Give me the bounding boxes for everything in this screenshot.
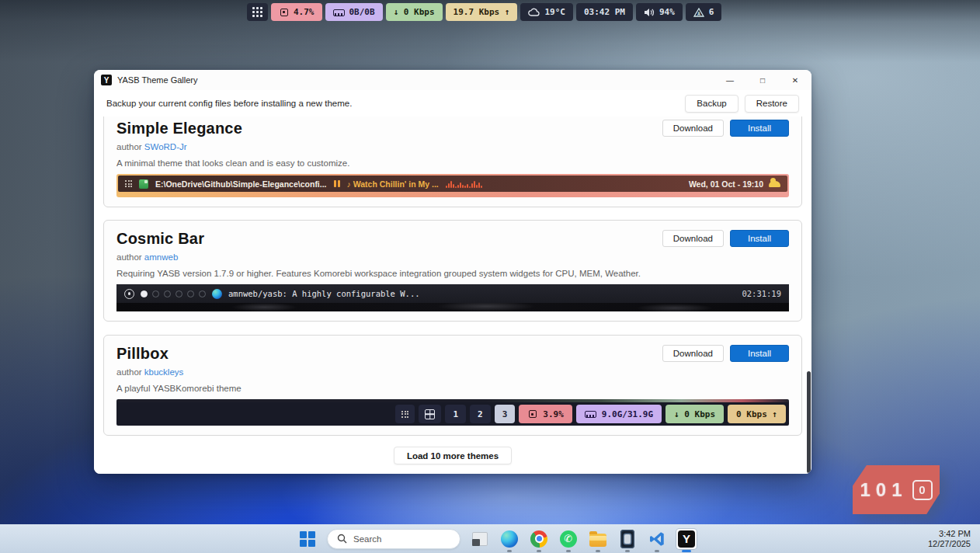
taskbar-app-whatsapp[interactable] [558,529,579,549]
taskbar-app-chrome[interactable] [529,529,549,549]
taskbar-app-explorer[interactable] [588,529,608,549]
theme-description: A minimal theme that looks clean and is … [116,158,789,168]
theme-gallery-window: Y YASB Theme Gallery — □ ✕ Backup your c… [94,70,811,474]
install-button[interactable]: Install [730,230,789,247]
close-button[interactable]: ✕ [779,70,811,90]
yasb-icon: Y [678,530,695,548]
install-button[interactable]: Install [730,120,789,137]
cloud-icon [528,8,540,16]
theme-description: A playful YASBKomorebi theme [116,384,789,393]
memory-icon [585,411,596,418]
svg-text:A: A [697,11,700,17]
running-indicator [507,550,512,552]
window-title: YASB Theme Gallery [117,75,198,85]
theme-preview: 1 2 3 3.9% 9.0G/31.9G ↓ 0 Kbps 0 Kbps ↑ [116,399,789,426]
pause-icon [334,180,340,187]
taskbar-app-edge[interactable] [499,529,520,549]
network-download-widget[interactable]: ↓ 0 Kbps [386,3,443,21]
preview-wallpaper-strip [116,303,789,311]
speaker-icon [644,8,655,17]
theme-description: Requiring YASB version 1.7.9 or higher. … [116,269,789,278]
taskbar-clock[interactable]: 3:42 PM 12/27/2025 [928,529,971,549]
minimize-button[interactable]: — [714,70,746,90]
desktop-clock-widget[interactable]: 101 0 [853,465,940,514]
volume-value: 94% [659,7,675,17]
weather-widget[interactable]: 19°C [520,3,573,21]
network-download-pill: ↓ 0 Kbps [665,405,724,423]
apps-launcher-button[interactable] [247,3,268,21]
load-more-themes-button[interactable]: Load 10 more themes [394,447,512,464]
active-window-title: amnweb/yasb: A highly configurable W... [228,289,420,298]
widget-boxed-digit: 0 [912,480,933,500]
download-button[interactable]: Download [662,120,724,137]
volume-widget[interactable]: 94% [636,3,683,21]
taskbar-app-yasb[interactable]: Y [676,529,697,549]
theme-card-pillbox: Pillbox Download Install author kbuckley… [103,335,802,436]
taskbar-date: 12/27/2025 [928,539,971,549]
cpu-value: 4.7% [294,7,315,17]
memory-value: 0B/0B [349,7,375,17]
widget-digits: 101 [860,479,907,501]
apps-grid-icon [401,411,408,418]
memory-widget[interactable]: 0B/0B [325,3,383,21]
whatsapp-icon [560,530,577,548]
target-icon [124,289,134,299]
author-label: author [116,142,142,151]
network-upload-pill: 0 Kbps ↑ [728,405,786,423]
start-button[interactable] [297,529,318,549]
workspace-1-pill: 1 [445,405,466,423]
taskbar-app-phone-link[interactable] [617,529,638,549]
workspace-dots [141,290,206,297]
search-input[interactable] [353,534,439,544]
theme-preview: amnweb/yasb: A highly configurable W... … [116,284,789,311]
phone-link-icon [620,530,634,548]
clock-value: 03:42 PM [584,7,625,17]
backup-button[interactable]: Backup [685,95,738,113]
running-indicator [566,550,571,552]
vscode-icon [648,530,665,548]
window-titlebar[interactable]: Y YASB Theme Gallery — □ ✕ [94,70,811,90]
network-upload-widget[interactable]: 19.7 Kbps ↑ [446,3,518,21]
windows-logo-icon [300,531,315,547]
active-window-path: E:\OneDrive\Github\Simple-Elegance\confi… [155,179,327,189]
theme-preview: E:\OneDrive\Github\Simple-Elegance\confi… [116,174,789,197]
alerts-count: 6 [709,7,714,17]
memory-icon [333,9,345,16]
workspace-3-pill: 3 [495,405,516,423]
download-button[interactable]: Download [662,345,724,362]
author-link[interactable]: amnweb [144,252,178,262]
taskbar-app-vscode[interactable] [647,529,667,549]
edge-browser-icon [212,289,222,299]
cpu-icon [279,7,289,17]
apps-launcher-pill [395,405,415,423]
taskbar-search[interactable] [327,529,460,549]
grid-2x2-icon [425,409,435,419]
theme-card-simple-elegance: Simple Elegance Download Install author … [103,117,802,207]
search-icon [337,534,347,544]
clock-widget[interactable]: 03:42 PM [576,3,633,21]
running-indicator [596,550,600,552]
network-upload-value: 19.7 Kbps ↑ [454,7,510,17]
alerts-widget[interactable]: A 6 [686,3,722,21]
author-label: author [116,252,142,262]
theme-title: Simple Elegance [116,120,242,137]
yasb-logo-icon: Y [101,75,112,85]
task-view-button[interactable] [470,529,490,549]
backup-notice: Backup your current config files before … [106,99,352,108]
running-indicator [537,550,541,552]
taskbar-time: 3:42 PM [928,529,971,539]
install-button[interactable]: Install [730,345,789,362]
layout-grid-pill [419,405,441,423]
restore-button[interactable]: Restore [745,95,799,113]
author-link[interactable]: SWoRD-Jr [144,142,187,151]
weather-value: 19°C [544,7,565,17]
scrollbar-thumb[interactable] [807,371,811,473]
running-indicator [655,550,659,552]
author-link[interactable]: kbuckleys [144,367,184,377]
preview-clock: 02:31:19 [742,289,781,298]
cpu-widget[interactable]: 4.7% [271,3,322,21]
author-label: author [116,367,142,377]
download-button[interactable]: Download [662,230,724,247]
theme-list: Simple Elegance Download Install author … [94,117,811,474]
maximize-button[interactable]: □ [746,70,779,90]
